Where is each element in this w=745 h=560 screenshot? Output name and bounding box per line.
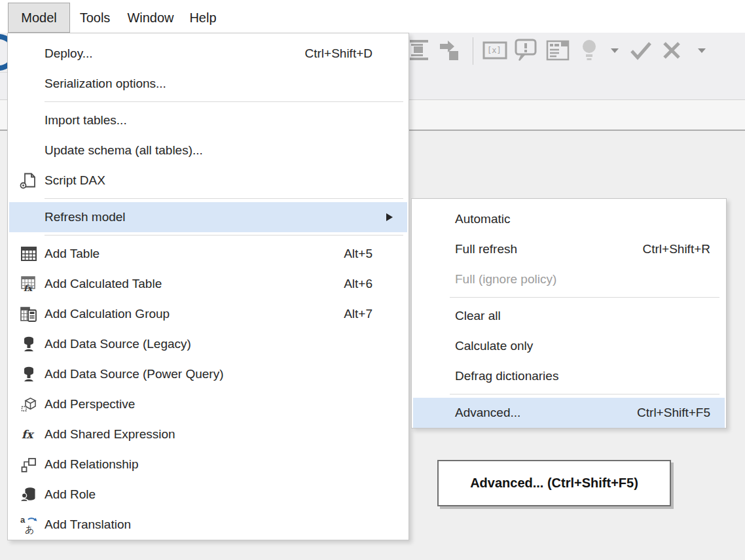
menu-item-shortcut: Alt+5 [344,247,372,261]
add-table-icon [18,244,39,264]
menubar-item-help[interactable]: Help [181,3,225,33]
submenu-item-full-ignore-policy: Full (ignore policy) [413,264,725,294]
comment-warning-icon [513,37,538,63]
menu-item-script-dax[interactable]: Script DAX [9,166,407,196]
submenu-item-label: Defrag dictionaries [455,369,558,383]
menu-item-label: Add Data Source (Legacy) [45,337,191,351]
menu-item-label: Add Perspective [45,397,135,411]
menu-separator [45,235,403,236]
submenu-item-calculate-only[interactable]: Calculate only [413,331,725,361]
textbox-icon[interactable]: [x] [482,39,508,61]
menu-item-label: Add Shared Expression [45,427,175,442]
properties-form-icon[interactable] [545,39,570,62]
svg-text:[x]: [x] [487,46,501,55]
menu-item-import-tables[interactable]: Import tables... [9,105,407,135]
icon-slot [18,74,39,94]
table-columns-icon[interactable] [407,38,431,63]
submenu-item-full-refresh[interactable]: Full refresh Ctrl+Shift+R [413,234,725,264]
dropdown-caret-icon[interactable] [610,47,619,54]
tooltip-advanced: Advanced... (Ctrl+Shift+F5) [437,460,671,506]
menu-item-refresh-model[interactable]: Refresh model [9,202,407,232]
icon-slot [18,141,39,160]
menu-item-label: Add Role [45,487,96,502]
menu-item-add-table[interactable]: Add Table Alt+5 [9,239,407,269]
submenu-item-automatic[interactable]: Automatic [413,204,725,234]
check-icon[interactable] [630,41,652,60]
menu-item-label: Serialization options... [45,77,166,91]
menu-item-add-calculated-table[interactable]: fx Add Calculated Table Alt+6 [9,269,407,299]
refresh-model-submenu: Automatic Full refresh Ctrl+Shift+R Full… [411,198,727,429]
menu-separator [45,198,403,199]
menu-item-add-data-source-legacy[interactable]: Add Data Source (Legacy) [9,329,407,359]
menu-item-add-data-source-power-query[interactable]: Add Data Source (Power Query) [9,359,407,389]
menu-item-add-relationship[interactable]: Add Relationship [9,449,407,480]
submenu-item-label: Clear all [455,309,501,323]
menu-item-update-schema[interactable]: Update schema (all tables)... [9,135,407,166]
menu-item-add-role[interactable]: Add Role [9,480,407,510]
textbox-icon: [x] [482,39,508,61]
menu-item-add-calculation-group[interactable]: Add Calculation Group Alt+7 [9,299,407,329]
add-role-icon [18,485,39,504]
add-translation-icon: a あ [18,515,39,534]
submenu-item-shortcut: Ctrl+Shift+F5 [637,406,710,420]
menu-separator [45,101,403,102]
model-menu: Deploy... Ctrl+Shift+D Serialization opt… [7,33,409,540]
table-columns-icon [407,38,431,63]
add-calculated-table-icon: fx [18,274,39,294]
menu-item-label: Refresh model [45,210,126,224]
toolbar-separator [473,37,473,65]
menu-item-add-translation[interactable]: a あ Add Translation [9,510,407,540]
menu-item-label: Add Relationship [45,457,139,472]
menu-item-shortcut: Alt+6 [344,277,372,291]
submenu-item-clear-all[interactable]: Clear all [413,301,725,331]
script-dax-icon [18,171,39,190]
submenu-item-label: Advanced... [455,406,520,420]
menu-item-label: Add Data Source (Power Query) [45,367,224,381]
import-data-icon[interactable] [437,38,461,63]
close-x-icon [662,41,681,60]
submenu-item-shortcut: Ctrl+Shift+R [643,242,710,256]
menu-separator [450,297,719,298]
fx-icon: fx [18,425,39,444]
add-calculation-group-icon [18,304,39,324]
data-source-icon [18,334,39,354]
menu-item-shortcut: Alt+7 [344,307,372,321]
svg-text:fx: fx [24,283,34,293]
submenu-item-label: Automatic [455,212,510,226]
comment-warning-icon[interactable] [513,37,538,63]
menu-item-label: Import tables... [45,113,127,128]
submenu-arrow-icon [386,213,393,221]
svg-text:fx: fx [22,428,35,441]
menu-item-label: Add Calculated Table [45,277,162,291]
submenu-item-defrag-dictionaries[interactable]: Defrag dictionaries [413,361,725,391]
submenu-item-label: Full (ignore policy) [455,272,556,287]
menu-item-add-shared-expression[interactable]: fx Add Shared Expression [9,419,407,449]
menu-item-add-perspective[interactable]: Add Perspective [9,389,407,419]
submenu-item-label: Full refresh [455,242,517,256]
import-data-icon [437,38,461,63]
close-x-icon[interactable] [662,41,681,60]
caret-down-icon [697,47,706,54]
menu-item-shortcut: Ctrl+Shift+D [305,46,372,61]
menu-item-label: Deploy... [45,46,93,61]
add-perspective-icon [18,394,39,414]
data-source-icon [18,364,39,384]
menu-item-deploy[interactable]: Deploy... Ctrl+Shift+D [9,39,407,69]
icon-slot [18,111,39,130]
dropdown-caret-icon[interactable] [697,47,706,54]
add-relationship-icon [18,455,39,474]
menubar-item-window[interactable]: Window [120,3,181,33]
lightbulb-icon[interactable] [579,38,599,63]
svg-text:あ: あ [25,524,34,534]
menu-item-label: Add Calculation Group [45,307,170,321]
menu-item-label: Update schema (all tables)... [45,143,203,158]
submenu-item-label: Calculate only [455,339,533,353]
menu-separator [450,394,719,394]
submenu-item-advanced[interactable]: Advanced... Ctrl+Shift+F5 [413,398,725,428]
icon-slot [18,207,39,227]
menubar-item-tools[interactable]: Tools [70,3,120,33]
menu-item-serialization-options[interactable]: Serialization options... [9,69,407,99]
properties-form-icon [545,39,570,62]
menubar-item-model[interactable]: Model [8,3,70,33]
menu-item-label: Script DAX [45,173,105,188]
